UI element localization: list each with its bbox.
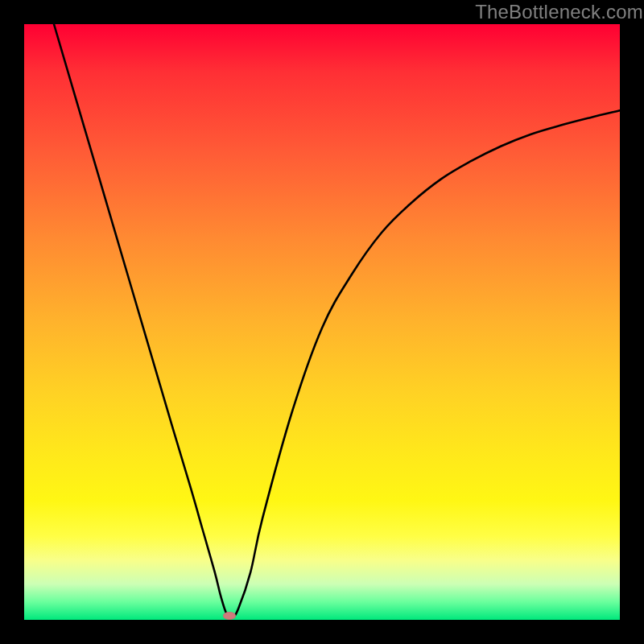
watermark-text: TheBottleneck.com xyxy=(475,1,643,23)
plot-area xyxy=(24,24,620,620)
bottleneck-curve xyxy=(24,24,620,620)
chart-frame: TheBottleneck.com xyxy=(0,0,644,644)
optimal-point-marker xyxy=(223,612,236,620)
